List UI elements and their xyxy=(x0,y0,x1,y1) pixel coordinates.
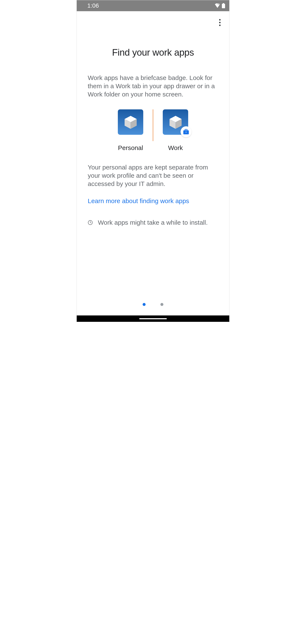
more-vert-icon xyxy=(219,19,221,20)
cube-icon xyxy=(168,114,184,130)
page-indicator xyxy=(143,303,163,306)
clock-icon xyxy=(88,220,93,226)
briefcase-icon xyxy=(183,129,189,134)
wifi-icon xyxy=(215,4,220,8)
page-title: Find your work apps xyxy=(88,47,218,58)
description-primary: Work apps have a briefcase badge. Look f… xyxy=(88,74,218,98)
svg-rect-1 xyxy=(223,3,224,4)
page-dot-2[interactable] xyxy=(161,303,163,306)
battery-icon xyxy=(222,3,225,8)
cube-icon xyxy=(123,114,138,130)
work-label: Work xyxy=(168,144,183,152)
info-row: Work apps might take a while to install. xyxy=(88,218,218,226)
app-icons-comparison: Personal Work xyxy=(88,110,218,152)
content-area: Find your work apps Work apps have a bri… xyxy=(77,47,229,226)
status-bar: 1:06 xyxy=(77,0,229,11)
navigation-bar xyxy=(77,316,229,322)
description-secondary: Your personal apps are kept separate fro… xyxy=(88,163,218,188)
personal-app-icon xyxy=(118,110,143,135)
page-dot-1[interactable] xyxy=(143,303,145,306)
work-app-icon xyxy=(163,110,188,135)
learn-more-link[interactable]: Learn more about finding work apps xyxy=(88,198,189,204)
personal-label: Personal xyxy=(118,144,143,152)
svg-rect-4 xyxy=(186,132,187,132)
briefcase-badge xyxy=(181,126,192,137)
navigation-handle[interactable] xyxy=(139,318,167,319)
svg-rect-0 xyxy=(222,4,225,8)
overflow-menu-button[interactable] xyxy=(217,18,223,27)
status-icons xyxy=(215,3,225,8)
personal-app-column: Personal xyxy=(108,110,153,152)
info-text: Work apps might take a while to install. xyxy=(98,218,208,226)
work-app-column: Work xyxy=(153,110,198,152)
status-bar-time: 1:06 xyxy=(87,2,99,9)
